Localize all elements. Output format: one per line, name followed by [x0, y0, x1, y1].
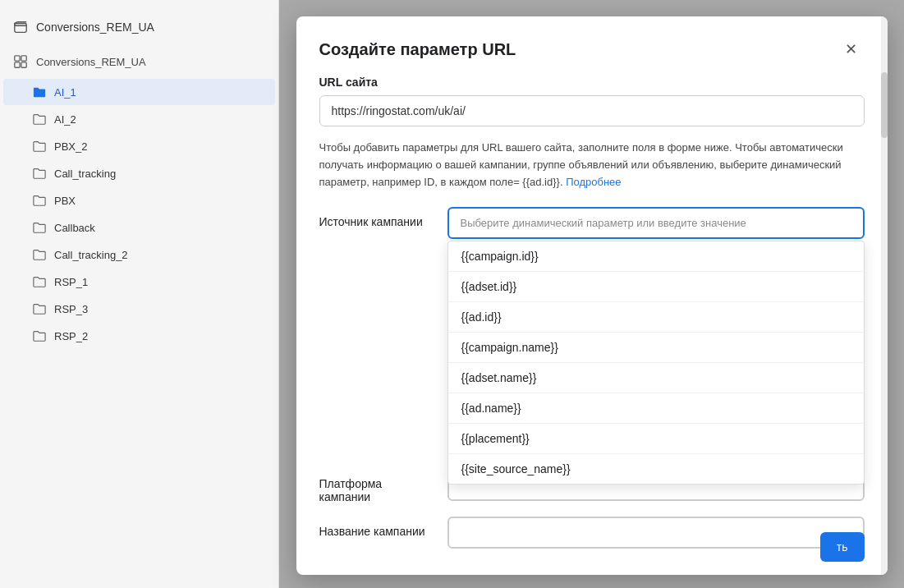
svg-rect-0 [15, 24, 26, 33]
modal-title: Создайте параметр URL [319, 40, 516, 59]
sidebar-item-label-callback: Callback [54, 222, 95, 234]
description-link[interactable]: Подробнее [566, 176, 621, 188]
source-label: Источник кампании [319, 207, 434, 228]
modal-close-button[interactable]: ✕ [838, 36, 865, 62]
sidebar-item-rsp3[interactable]: RSP_3 [3, 296, 275, 322]
sidebar-item-label-call-tracking: Call_tracking [54, 168, 116, 180]
modal-scrollbar[interactable] [881, 16, 888, 575]
dropdown-item-1[interactable]: {{adset.id}} [448, 272, 864, 302]
dropdown-item-2[interactable]: {{ad.id}} [448, 302, 864, 333]
platform-label: Платформа кампании [319, 469, 434, 503]
sidebar-item-label-rsp3: RSP_3 [54, 303, 88, 315]
sidebar-item-ai2[interactable]: AI_2 [3, 106, 275, 132]
name-row: Название кампании [319, 517, 865, 549]
sidebar-item-pbx2[interactable]: PBX_2 [3, 133, 275, 159]
sidebar-item-label-ai2: AI_2 [54, 113, 76, 126]
svg-rect-3 [15, 62, 20, 67]
sidebar: Conversions_REM_UA Conversions_REM_UA AI… [0, 0, 279, 588]
url-field-label: URL сайта [319, 76, 865, 89]
sidebar-item-rsp1[interactable]: RSP_1 [3, 269, 275, 295]
dropdown-item-0[interactable]: {{campaign.id}} [448, 241, 864, 272]
folder-icon-rsp3 [33, 302, 46, 315]
source-dropdown: {{campaign.id}} {{adset.id}} {{ad.id}} {… [447, 241, 865, 485]
folder-icon-pbx [33, 194, 46, 207]
folder-icon-callback [33, 221, 46, 234]
folder-icon-call-tracking [33, 167, 46, 180]
sidebar-item-label-rsp2: RSP_2 [54, 330, 88, 342]
sidebar-root-header: Conversions_REM_UA [0, 13, 278, 41]
modal-scrollbar-thumb[interactable] [881, 72, 888, 138]
modal-dialog: Создайте параметр URL ✕ URL сайта Чтобы … [296, 16, 888, 575]
sidebar-item-rsp2[interactable]: RSP_2 [3, 323, 275, 349]
modal-footer: ть [797, 519, 888, 575]
grid-icon [13, 54, 28, 69]
modal-body: URL сайта Чтобы добавить параметры для U… [296, 76, 888, 575]
folder-icon-pbx2 [33, 140, 46, 153]
source-input[interactable] [447, 207, 865, 239]
folder-icon-call-tracking-2 [33, 248, 46, 261]
dropdown-item-3[interactable]: {{campaign.name}} [448, 333, 864, 363]
modal-header: Создайте параметр URL ✕ [296, 16, 888, 76]
svg-rect-2 [21, 56, 26, 61]
folder-icon-rsp1 [33, 275, 46, 288]
dropdown-item-5[interactable]: {{ad.name}} [448, 393, 864, 424]
dropdown-item-6[interactable]: {{placement}} [448, 424, 864, 454]
source-row: Источник кампании {{campaign.id}} {{adse… [319, 207, 865, 239]
svg-rect-4 [21, 62, 26, 67]
sidebar-section-title: Conversions_REM_UA [36, 56, 146, 68]
sidebar-item-label-pbx: PBX [54, 195, 76, 207]
folder-icon-rsp2 [33, 329, 46, 342]
folder-outline-icon [13, 20, 28, 34]
save-button[interactable]: ть [820, 532, 865, 562]
sidebar-item-call-tracking[interactable]: Call_tracking [3, 160, 275, 186]
source-input-wrap: {{campaign.id}} {{adset.id}} {{ad.id}} {… [447, 207, 865, 239]
sidebar-item-label-rsp1: RSP_1 [54, 276, 88, 288]
sidebar-item-ai1[interactable]: AI_1 [3, 79, 275, 105]
sidebar-root-title: Conversions_REM_UA [36, 21, 154, 34]
modal-overlay: Создайте параметр URL ✕ URL сайта Чтобы … [279, 0, 904, 588]
sidebar-section-header: Conversions_REM_UA [0, 48, 278, 76]
sidebar-item-call-tracking-2[interactable]: Call_tracking_2 [3, 241, 275, 268]
sidebar-item-label-pbx2: PBX_2 [54, 140, 87, 153]
dropdown-item-4[interactable]: {{adset.name}} [448, 363, 864, 393]
sidebar-item-label-call-tracking-2: Call_tracking_2 [54, 249, 128, 261]
svg-rect-1 [15, 56, 20, 61]
name-label: Название кампании [319, 517, 434, 538]
sidebar-item-label-ai1: AI_1 [54, 86, 76, 99]
folder-icon-ai2 [33, 113, 46, 126]
sidebar-item-pbx[interactable]: PBX [3, 187, 275, 214]
folder-filled-icon [33, 85, 46, 99]
description-text: Чтобы добавить параметры для URL вашего … [319, 140, 865, 191]
sidebar-item-callback[interactable]: Callback [3, 214, 275, 241]
url-input[interactable] [319, 95, 865, 126]
dropdown-item-7[interactable]: {{site_source_name}} [448, 454, 864, 484]
